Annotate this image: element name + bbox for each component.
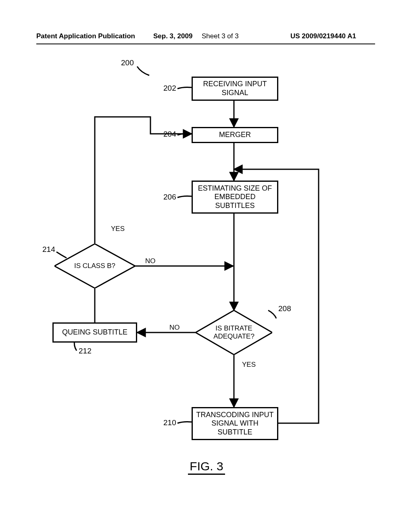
decision-class-b-text: IS CLASS B?	[54, 244, 135, 288]
figure-caption: FIG. 3	[0, 459, 413, 473]
ref-200: 200	[121, 58, 134, 67]
ref-214: 214	[42, 245, 55, 254]
decision-bitrate-text: IS BITRATE ADEQUATE?	[196, 310, 272, 355]
box-merger: MERGER	[192, 127, 278, 143]
box-queing-subtitle: QUEING SUBTITLE	[52, 322, 137, 343]
ref-206: 206	[163, 193, 176, 202]
box-receiving-input: RECEIVING INPUT SIGNAL	[192, 77, 278, 101]
label-no-208: NO	[169, 324, 180, 332]
decision-class-b: IS CLASS B?	[54, 244, 135, 288]
label-yes-208: YES	[242, 361, 256, 369]
ref-208: 208	[278, 304, 291, 313]
flowchart: 200 202 204 206 208 210 212 214 RECEIVIN…	[0, 0, 413, 532]
label-yes-214: YES	[111, 225, 125, 233]
label-no-214: NO	[145, 257, 156, 265]
box-transcoding: TRANSCODING INPUT SIGNAL WITH SUBTITLE	[192, 407, 278, 440]
ref-212: 212	[79, 347, 92, 355]
ref-202: 202	[163, 84, 176, 93]
box-estimating-size: ESTIMATING SIZE OF EMBEDDED SUBTITLES	[192, 181, 278, 214]
ref-210: 210	[163, 418, 176, 427]
ref-204: 204	[163, 130, 176, 139]
decision-bitrate: IS BITRATE ADEQUATE?	[196, 310, 272, 355]
